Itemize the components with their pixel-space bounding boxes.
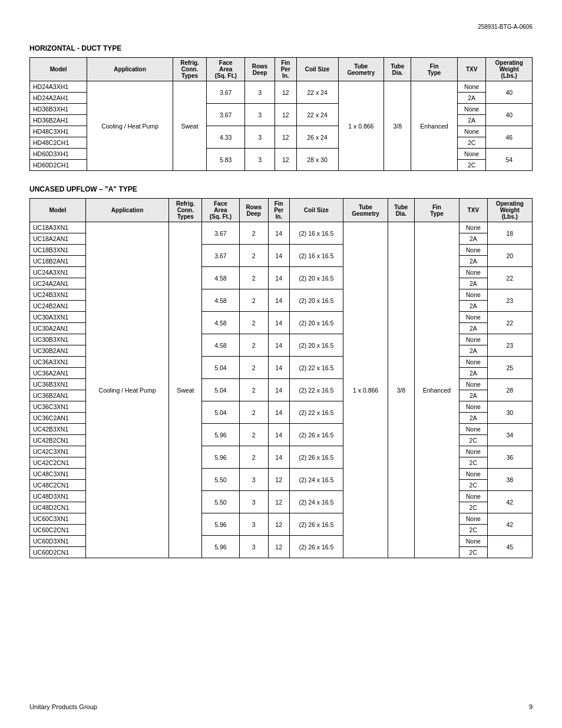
txv-cell: None [459, 357, 487, 368]
coil-size-cell: (2) 22 x 16.5 [289, 379, 343, 401]
txv-cell: 2A [459, 368, 487, 379]
table-row: UC60D2CN1 [30, 547, 86, 558]
txv-cell: 2A [459, 256, 487, 267]
rows-deep-cell: 2 [239, 446, 268, 469]
txv-cell: 2A [459, 390, 487, 401]
table-row: UC24B2AN1 [30, 301, 86, 312]
uncased-upflow-table: Model Application Refrig.Conn.Types Face… [29, 198, 533, 558]
coil-size-cell: 22 x 24 [296, 81, 338, 104]
table-row: HD60D3XH1 [30, 149, 87, 160]
txv-cell: None [459, 222, 487, 233]
rows-deep-cell: 3 [245, 104, 275, 126]
txv-cell: None [459, 379, 487, 390]
coil-size-cell: (2) 20 x 16.5 [289, 334, 343, 357]
txv-cell: None [457, 126, 486, 137]
table-row: UC36B3XN1 [30, 379, 86, 390]
col-application: Application [87, 58, 173, 81]
weight-cell: 34 [487, 424, 532, 446]
weight-cell: 42 [487, 491, 532, 513]
weight-cell: 46 [486, 126, 533, 149]
fin-per-in-cell: 14 [268, 446, 289, 469]
coil-size-cell: (2) 24 x 16.5 [289, 491, 343, 513]
txv-cell: 2A [459, 278, 487, 289]
tube-dia-cell: 3/8 [384, 81, 411, 171]
table-row: UC30A2AN1 [30, 323, 86, 334]
table-row: UC36A2AN1 [30, 368, 86, 379]
table-row: UC36C2AN1 [30, 413, 86, 424]
weight-cell: 38 [487, 469, 532, 491]
col2-face-area: FaceArea(Sq. Ft.) [202, 199, 239, 222]
face-area-cell: 5.96 [202, 446, 239, 469]
weight-cell: 40 [486, 81, 533, 104]
face-area-cell: 5.96 [202, 424, 239, 446]
face-area-cell: 5.04 [202, 379, 239, 401]
table-row: UC60C2CN1 [30, 525, 86, 536]
face-area-cell: 3.67 [207, 81, 245, 104]
weight-cell: 42 [487, 513, 532, 536]
txv-cell: 2A [459, 345, 487, 357]
table-row: UC30B2AN1 [30, 345, 86, 357]
col-txv: TXV [457, 58, 486, 81]
col-weight: OperatingWeight(Lbs.) [486, 58, 533, 81]
txv-cell: None [459, 513, 487, 525]
face-area-cell: 5.96 [202, 536, 239, 558]
table-row: HD48C2CH1 [30, 137, 87, 149]
weight-cell: 22 [487, 267, 532, 289]
table-row: UC36B2AN1 [30, 390, 86, 401]
fin-type-cell: Enhanced [411, 81, 458, 171]
face-area-cell: 5.50 [202, 491, 239, 513]
table-row: UC18B3XN1 [30, 245, 86, 256]
fin-per-in-cell: 14 [268, 267, 289, 289]
weight-cell: 30 [487, 401, 532, 424]
coil-size-cell: (2) 20 x 16.5 [289, 312, 343, 334]
col2-fin-per-in: FinPerIn. [268, 199, 289, 222]
rows-deep-cell: 3 [239, 513, 268, 536]
txv-cell: None [459, 312, 487, 323]
coil-size-cell: (2) 26 x 16.5 [289, 513, 343, 536]
table-row: HD60D2CH1 [30, 160, 87, 171]
fin-type-cell: Enhanced [414, 222, 459, 558]
fin-per-in-cell: 12 [275, 126, 296, 149]
col-rows-deep: RowsDeep [245, 58, 275, 81]
coil-size-cell: (2) 26 x 16.5 [289, 424, 343, 446]
footer: Unitary Products Group 9 [29, 703, 533, 710]
tube-dia-cell: 3/8 [388, 222, 414, 558]
txv-cell: None [457, 104, 486, 115]
txv-cell: None [459, 491, 487, 502]
rows-deep-cell: 2 [239, 357, 268, 379]
rows-deep-cell: 3 [245, 81, 275, 104]
rows-deep-cell: 2 [239, 267, 268, 289]
coil-size-cell: (2) 22 x 16.5 [289, 357, 343, 379]
face-area-cell: 4.33 [207, 126, 245, 149]
coil-size-cell: (2) 22 x 16.5 [289, 401, 343, 424]
col2-model: Model [30, 199, 86, 222]
conn-types-cell: Sweat [173, 81, 206, 171]
weight-cell: 20 [487, 245, 532, 267]
txv-cell: 2A [459, 233, 487, 245]
txv-cell: 2C [457, 137, 486, 149]
face-area-cell: 5.04 [202, 357, 239, 379]
txv-cell: 2A [457, 115, 486, 126]
weight-cell: 54 [486, 149, 533, 171]
txv-cell: None [459, 536, 487, 547]
col2-application: Application [85, 199, 169, 222]
txv-cell: None [457, 149, 486, 160]
coil-size-cell: (2) 20 x 16.5 [289, 289, 343, 312]
col-tube-dia: TubeDia. [384, 58, 411, 81]
page: 258931-BTG-A-0606 HORIZONTAL - DUCT TYPE… [0, 0, 562, 588]
col2-txv: TXV [459, 199, 487, 222]
face-area-cell: 5.04 [202, 401, 239, 424]
col2-coil-size: Coil Size [289, 199, 343, 222]
col2-refrig: Refrig.Conn.Types [169, 199, 202, 222]
txv-cell: None [457, 81, 486, 93]
fin-per-in-cell: 14 [268, 357, 289, 379]
table-row: UC48C3XN1 [30, 469, 86, 480]
coil-size-cell: (2) 26 x 16.5 [289, 446, 343, 469]
col-face-area: FaceArea(Sq. Ft.) [207, 58, 245, 81]
table-row: UC48C2CN1 [30, 480, 86, 491]
table-row: HD36B2AH1 [30, 115, 87, 126]
fin-per-in-cell: 14 [268, 289, 289, 312]
txv-cell: 2A [457, 93, 486, 104]
coil-size-cell: (2) 16 x 16.5 [289, 245, 343, 267]
col-fin-per-in: FinPerIn. [275, 58, 296, 81]
